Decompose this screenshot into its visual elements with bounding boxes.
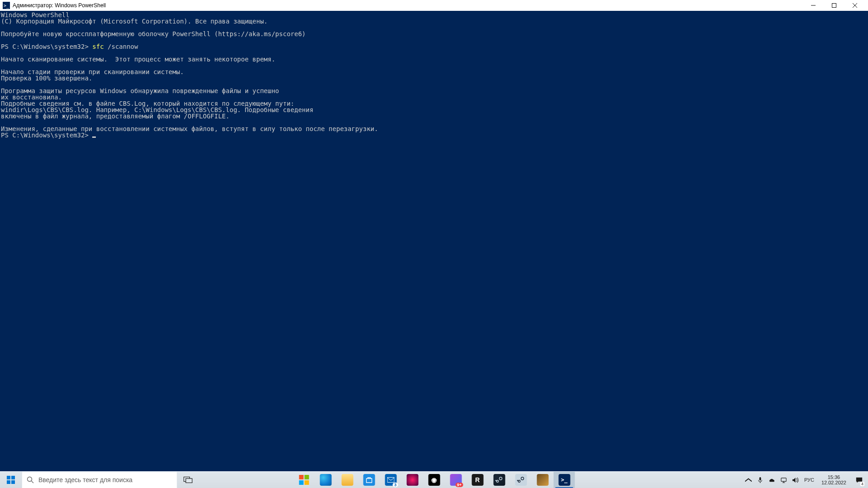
powershell-taskbar-icon: >_ [558, 474, 570, 486]
system-tray: РУС 15:36 12.02.2022 4 [742, 472, 868, 488]
svg-point-4 [28, 477, 32, 482]
titlebar[interactable]: >_ Администратор: Windows PowerShell [0, 0, 868, 11]
tray-onedrive-icon[interactable] [768, 477, 776, 483]
taskbar-app-explorer[interactable] [337, 472, 358, 488]
search-input[interactable]: Введите здесь текст для поиска [22, 472, 177, 488]
window-title: Администратор: Windows PowerShell [13, 2, 106, 9]
mail-badge: 3 [393, 483, 398, 487]
tray-language[interactable]: РУС [803, 478, 815, 483]
taskbar-app-opera[interactable] [402, 472, 423, 488]
opera-icon [406, 474, 418, 486]
maximize-button[interactable] [824, 0, 844, 11]
taskbar-app-csgo[interactable] [532, 472, 553, 488]
tray-volume-icon[interactable] [792, 477, 800, 483]
search-icon [27, 476, 34, 483]
rockstar-icon: R [472, 474, 483, 486]
task-view-button[interactable] [177, 472, 199, 488]
minimize-button[interactable] [803, 0, 824, 11]
taskbar-app-rockstar[interactable]: R [467, 472, 488, 488]
svg-point-9 [499, 477, 502, 480]
taskbar-app-discord[interactable]: 9+ [445, 472, 467, 488]
svg-line-11 [495, 480, 497, 481]
svg-rect-16 [781, 478, 786, 481]
discord-icon: 9+ [450, 474, 462, 486]
svg-line-5 [32, 481, 34, 483]
windows-start-icon [298, 474, 310, 486]
taskbar-app-steam[interactable] [489, 472, 510, 488]
csgo-icon [537, 474, 548, 486]
taskbar-app-windows[interactable] [293, 472, 315, 488]
nvidia-icon: ◉ [428, 474, 440, 486]
close-button[interactable] [844, 0, 865, 11]
svg-rect-7 [186, 479, 192, 483]
tray-notifications-button[interactable]: 4 [853, 472, 865, 488]
tray-microphone-icon[interactable] [756, 477, 764, 483]
folder-icon [341, 474, 353, 486]
tray-overflow-button[interactable] [745, 477, 753, 483]
notification-count: 4 [860, 482, 864, 486]
taskbar-app-powershell[interactable]: >_ [554, 472, 575, 488]
chevron-up-icon [745, 477, 752, 483]
svg-rect-1 [832, 4, 836, 8]
tray-date: 12.02.2022 [821, 480, 846, 485]
store-icon [363, 474, 375, 486]
edge-icon [320, 474, 331, 486]
taskbar-app-steam-alt[interactable] [510, 472, 532, 488]
tray-time: 15:36 [821, 474, 846, 480]
svg-rect-8 [387, 478, 394, 483]
console-output[interactable]: Windows PowerShell (C) Корпорация Майкро… [0, 11, 868, 139]
powershell-window: >_ Администратор: Windows PowerShell Win… [0, 0, 868, 471]
taskbar-app-nvidia[interactable]: ◉ [424, 472, 445, 488]
taskbar-app-mail[interactable]: 3 [380, 472, 401, 488]
powershell-icon: >_ [3, 2, 10, 9]
steam-icon [493, 474, 505, 486]
start-button[interactable] [0, 472, 22, 488]
mail-icon: 3 [385, 474, 396, 486]
steam-alt-icon [515, 474, 527, 486]
svg-line-14 [517, 480, 519, 481]
discord-badge: 9+ [456, 483, 463, 487]
task-view-icon [184, 477, 193, 483]
taskbar-app-store[interactable] [359, 472, 380, 488]
taskbar: Введите здесь текст для поиска 3 [0, 471, 868, 488]
tray-network-icon[interactable] [780, 477, 788, 483]
taskbar-pinned-apps: 3 ◉ 9+ R [293, 472, 575, 488]
search-placeholder: Введите здесь текст для поиска [38, 476, 132, 483]
windows-logo-icon [7, 476, 15, 484]
tray-clock[interactable]: 15:36 12.02.2022 [819, 474, 849, 485]
taskbar-app-edge[interactable] [315, 472, 336, 488]
svg-rect-15 [760, 477, 761, 480]
svg-point-12 [521, 477, 524, 480]
